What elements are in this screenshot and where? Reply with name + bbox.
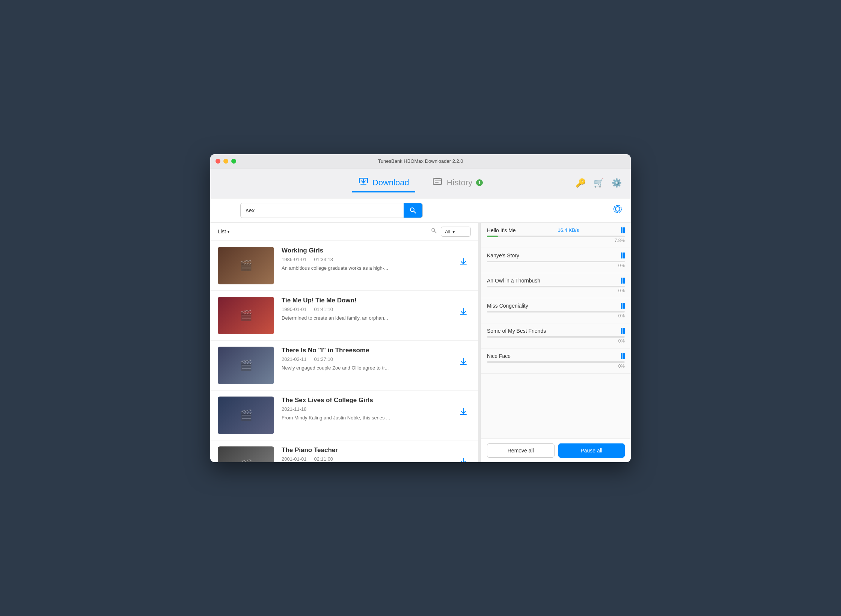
queue-item: Nice Face 0% [481, 349, 631, 374]
search-wrap [240, 203, 423, 218]
history-badge: 1 [476, 179, 483, 186]
svg-rect-2 [367, 178, 368, 183]
movie-title: There Is No "I" in Threesome [282, 347, 448, 354]
queue-panel: Hello It's Me 16.4 KB/s 7.8% Kanye's Sto… [481, 223, 631, 462]
movie-info: Tie Me Up! Tie Me Down! 1990-01-0101:41:… [282, 297, 448, 321]
traffic-lights [216, 159, 236, 164]
svg-rect-6 [434, 178, 436, 179]
progress-fill [487, 236, 498, 237]
titlebar: TunesBank HBOMax Downloader 2.2.0 [210, 154, 631, 168]
remove-all-button[interactable]: Remove all [487, 443, 555, 458]
queue-item-header: Miss Congeniality [487, 303, 625, 309]
movie-thumbnail: 🎬 [218, 397, 274, 434]
queue-item: Hello It's Me 16.4 KB/s 7.8% [481, 223, 631, 248]
tab-download[interactable]: Download [352, 174, 415, 192]
pause-button[interactable] [621, 252, 625, 258]
svg-line-16 [435, 231, 437, 233]
queue-item-title: An Owl in a Thornbush [487, 278, 540, 284]
thumb-placeholder: 🎬 [218, 297, 274, 334]
movie-thumbnail: 🎬 [218, 347, 274, 384]
queue-item-header: An Owl in a Thornbush [487, 278, 625, 284]
search-icon [410, 207, 416, 214]
close-button[interactable] [216, 159, 220, 164]
pause-button[interactable] [621, 303, 625, 309]
add-to-queue-button[interactable] [456, 404, 471, 421]
chevron-down-icon: ▾ [452, 229, 455, 234]
add-to-queue-button[interactable] [456, 254, 471, 272]
key-button[interactable]: 🔑 [574, 176, 587, 190]
download-speed: 16.4 KB/s [558, 227, 579, 233]
list-item: 🎬 Working Girls 1986-01-0101:33:13 An am… [210, 241, 478, 291]
movie-meta: 2021-11-18 [282, 406, 448, 412]
app-window: TunesBank HBOMax Downloader 2.2.0 Downlo… [210, 154, 631, 462]
movie-thumbnail: 🎬 [218, 297, 274, 334]
queue-item: Miss Congeniality 0% [481, 298, 631, 323]
content-area: List ▾ All ▾ 🎬 Working Girl [210, 223, 631, 462]
movie-description: An ambitious college graduate works as a… [282, 265, 448, 271]
download-tab-icon [358, 177, 369, 188]
settings-icon: ⚙️ [612, 178, 622, 188]
progress-bar [487, 361, 625, 363]
list-item: 🎬 The Piano Teacher 2001-01-0102:11:00 [210, 440, 478, 462]
filter-dropdown[interactable]: All ▾ [441, 227, 471, 237]
progress-bar [487, 261, 625, 262]
movie-title: Tie Me Up! Tie Me Down! [282, 297, 448, 304]
movie-title: The Piano Teacher [282, 446, 448, 454]
svg-rect-1 [359, 178, 360, 183]
queue-item: An Owl in a Thornbush 0% [481, 273, 631, 298]
svg-rect-5 [433, 179, 442, 185]
toolbar: Download History 1 🔑 [210, 168, 631, 198]
add-to-queue-button[interactable] [456, 454, 471, 462]
movie-info: Working Girls 1986-01-0101:33:13 An ambi… [282, 247, 448, 271]
pause-button[interactable] [621, 328, 625, 334]
list-label[interactable]: List ▾ [218, 228, 229, 234]
queue-item: Kanye's Story 0% [481, 248, 631, 273]
movie-meta: 2021-02-1101:27:10 [282, 356, 448, 362]
pause-button[interactable] [621, 353, 625, 359]
progress-percent: 0% [487, 288, 625, 293]
movie-info: The Piano Teacher 2001-01-0102:11:00 [282, 446, 448, 462]
sort-icon: ▾ [228, 230, 229, 234]
add-to-queue-button[interactable] [456, 354, 471, 371]
minimize-button[interactable] [223, 159, 228, 164]
list-item: 🎬 The Sex Lives of College Girls 2021-11… [210, 391, 478, 440]
movie-meta: 2001-01-0102:11:00 [282, 456, 448, 462]
filter-search-icon[interactable] [431, 228, 437, 235]
maximize-button[interactable] [231, 159, 236, 164]
search-input[interactable] [241, 203, 404, 217]
list-item: 🎬 There Is No "I" in Threesome 2021-02-1… [210, 341, 478, 391]
queue-item-title: Hello It's Me [487, 227, 516, 233]
progress-bar [487, 236, 625, 237]
tab-history[interactable]: History 1 [427, 174, 489, 192]
pause-button[interactable] [621, 278, 625, 284]
progress-percent: 0% [487, 263, 625, 268]
cart-button[interactable]: 🛒 [592, 176, 605, 190]
queue-item-title: Kanye's Story [487, 252, 519, 258]
pause-button[interactable] [621, 227, 625, 233]
queue-item-title: Some of My Best Friends [487, 328, 546, 334]
svg-rect-0 [359, 178, 368, 179]
history-tab-label: History [447, 178, 472, 188]
list-header: List ▾ All ▾ [210, 223, 478, 241]
progress-percent: 0% [487, 364, 625, 369]
movie-meta: 1990-01-0101:41:10 [282, 306, 448, 312]
svg-rect-4 [360, 184, 366, 185]
svg-rect-7 [440, 178, 442, 179]
thumb-placeholder: 🎬 [218, 247, 274, 284]
settings-button[interactable]: ⚙️ [610, 176, 623, 190]
thumb-placeholder: 🎬 [218, 446, 274, 462]
movie-title: The Sex Lives of College Girls [282, 397, 448, 404]
add-to-queue-button[interactable] [456, 304, 471, 322]
progress-percent: 7.8% [487, 238, 625, 243]
queue-item-header: Nice Face [487, 353, 625, 359]
movie-description: Newly engaged couple Zoe and Ollie agree… [282, 365, 448, 371]
movie-description: From Mindy Kaling and Justin Noble, this… [282, 415, 448, 421]
refresh-button[interactable] [612, 203, 623, 217]
svg-point-15 [432, 228, 435, 231]
toolbar-actions: 🔑 🛒 ⚙️ [574, 176, 623, 190]
svg-line-11 [414, 211, 416, 213]
cart-icon: 🛒 [594, 178, 604, 188]
search-button[interactable] [404, 203, 422, 218]
queue-actions: Remove all Pause all [481, 439, 631, 462]
pause-all-button[interactable]: Pause all [558, 443, 625, 458]
